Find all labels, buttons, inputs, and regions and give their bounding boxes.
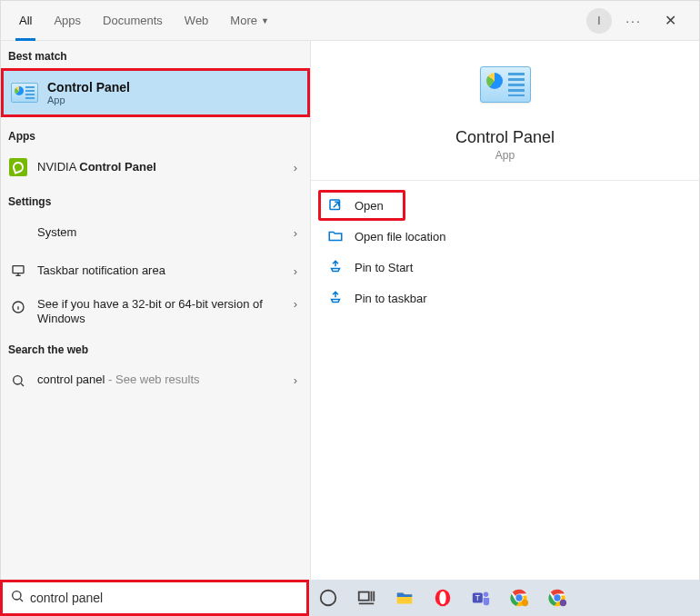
more-options-button[interactable]: ··· [619, 6, 648, 35]
action-open-file-location[interactable]: Open file location [318, 221, 692, 252]
preview-subtitle: App [495, 149, 515, 162]
result-system[interactable]: System › [1, 214, 310, 252]
preview-pane: Control Panel App Open Open file locatio… [310, 41, 699, 581]
result-title: Control Panel [47, 80, 130, 94]
action-pin-to-taskbar[interactable]: Pin to taskbar [318, 283, 692, 313]
tab-more[interactable]: More▼ [219, 1, 280, 41]
svg-point-2 [14, 375, 22, 383]
result-nvidia-control-panel[interactable]: NVIDIA Control Panel › [1, 148, 310, 186]
chrome-alt-icon[interactable] [545, 586, 569, 610]
search-icon [8, 371, 28, 391]
pin-icon [327, 290, 344, 306]
windows-search-panel: All Apps Documents Web More▼ I ··· ✕ Bes… [0, 0, 700, 581]
tab-web[interactable]: Web [174, 1, 220, 41]
opera-icon[interactable] [431, 586, 455, 610]
result-control-panel[interactable]: Control Panel App [1, 68, 310, 117]
file-explorer-icon[interactable] [393, 586, 416, 610]
preview-title: Control Panel [455, 128, 555, 147]
result-web-search[interactable]: control panel - See web results › [1, 362, 310, 400]
chrome-icon[interactable] [507, 586, 531, 610]
search-icon [10, 589, 25, 607]
chevron-right-icon: › [288, 264, 303, 278]
svg-point-17 [560, 600, 566, 606]
svg-point-11 [484, 592, 489, 598]
action-open[interactable]: Open [318, 190, 405, 221]
svg-point-4 [13, 591, 21, 600]
result-32-64-bit[interactable]: See if you have a 32-bit or 64-bit versi… [1, 290, 310, 334]
folder-icon [327, 228, 344, 244]
result-subtitle: App [47, 94, 130, 105]
svg-point-13 [515, 594, 522, 601]
svg-rect-0 [13, 266, 24, 273]
search-input[interactable] [30, 591, 299, 605]
search-box[interactable] [0, 580, 309, 616]
chevron-right-icon: › [288, 297, 303, 311]
action-pin-to-start[interactable]: Pin to Start [318, 252, 692, 283]
section-best-match: Best match [1, 41, 310, 68]
gear-icon [8, 223, 28, 243]
cortana-icon[interactable] [316, 586, 340, 610]
monitor-icon [8, 261, 28, 281]
tab-all[interactable]: All [8, 1, 43, 41]
pin-icon [327, 259, 344, 275]
control-panel-icon [480, 66, 531, 103]
svg-rect-6 [359, 592, 369, 601]
results-list: Best match Control Panel App Apps NVIDIA… [1, 41, 310, 581]
svg-point-8 [439, 591, 445, 605]
section-apps: Apps [1, 121, 310, 148]
chevron-down-icon: ▼ [261, 16, 269, 25]
open-icon [327, 197, 344, 214]
svg-point-5 [321, 591, 336, 606]
nvidia-icon [9, 158, 27, 176]
chevron-right-icon: › [288, 161, 303, 174]
user-avatar[interactable]: I [586, 8, 612, 34]
taskbar: T [309, 580, 700, 616]
chevron-right-icon: › [288, 226, 303, 240]
search-tabs: All Apps Documents Web More▼ I ··· ✕ [1, 1, 699, 41]
info-icon [8, 297, 28, 317]
svg-point-16 [554, 594, 560, 601]
task-view-icon[interactable] [355, 586, 378, 610]
result-taskbar-notification-area[interactable]: Taskbar notification area › [1, 252, 310, 290]
close-button[interactable]: ✕ [655, 6, 685, 35]
chevron-right-icon: › [288, 373, 303, 387]
tab-documents[interactable]: Documents [92, 1, 174, 41]
control-panel-icon [11, 83, 38, 103]
section-search-web: Search the web [1, 334, 310, 362]
tab-apps[interactable]: Apps [43, 1, 92, 41]
teams-icon[interactable]: T [469, 586, 493, 610]
svg-text:T: T [475, 594, 480, 602]
svg-point-14 [522, 600, 528, 606]
section-settings: Settings [1, 186, 310, 214]
